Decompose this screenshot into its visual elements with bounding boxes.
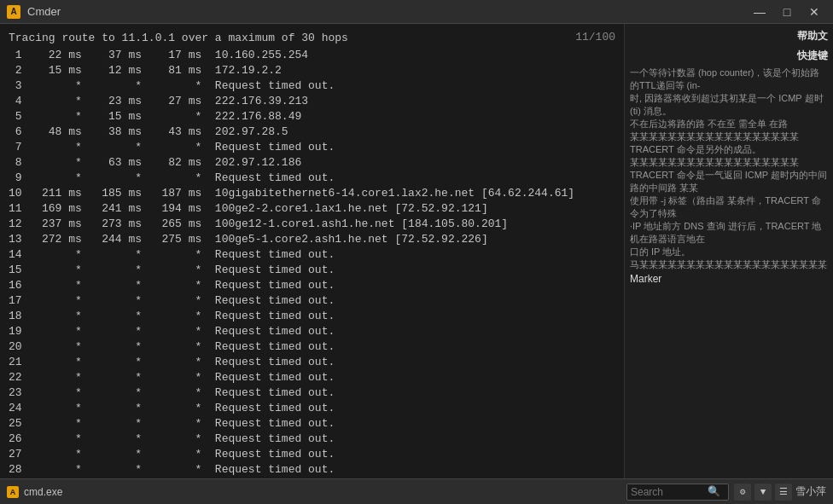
table-row: 7 * * * Request timed out. [9, 140, 615, 155]
table-row: 9 * * * Request timed out. [9, 171, 615, 186]
search-icon[interactable]: 🔍 [708, 485, 720, 498]
main-area: 11/100 Tracing route to 11.1.0.1 over a … [0, 24, 833, 478]
table-row: 8 * 63 ms 82 ms 202.97.12.186 [9, 155, 615, 171]
minimize-button[interactable]: — [748, 3, 772, 20]
table-row: 20 * * * Request timed out. [9, 339, 615, 355]
status-icons: ⚙ ▼ ☰ 雪小萍 [734, 484, 826, 501]
table-row: 23 * * * Request timed out. [9, 385, 615, 401]
table-row: 13 272 ms 244 ms 275 ms 100ge5-1.core2.a… [9, 232, 615, 247]
terminal-panel[interactable]: 11/100 Tracing route to 11.1.0.1 over a … [0, 24, 624, 478]
table-row: 2 15 ms 12 ms 81 ms 172.19.2.2 [9, 63, 615, 78]
right-panel-section: 某某某某某某某某某某某某某某某某某某 [630, 156, 828, 169]
table-row: 24 * * * Request timed out. [9, 401, 615, 416]
right-panel-section: 时, 因路器将收到超过其初某是一个 ICMP 超时 (ti) 消息。 [630, 92, 828, 118]
process-icon: A [7, 486, 19, 498]
table-row: 1 22 ms 37 ms 17 ms 10.160.255.254 [9, 48, 615, 63]
marker-label: Marker [630, 273, 828, 285]
right-panel-shortcut: 快捷键 [630, 47, 828, 65]
app-icon: A [7, 5, 20, 19]
process-name: cmd.exe [24, 486, 62, 498]
status-bar: A cmd.exe 🔍 ⚙ ▼ ☰ 雪小萍 [0, 478, 833, 504]
table-row: 11 169 ms 241 ms 194 ms 100ge2-2.core1.l… [9, 201, 615, 217]
right-panel-section: 马某某某某某某某某某某某某某某某某某某某某 [630, 258, 828, 271]
table-row: 4 * 23 ms 27 ms 222.176.39.213 [9, 94, 615, 109]
right-panel: 帮助文 快捷键 一个等待计数器 (hop counter)，该是个初始路的TTL… [624, 24, 833, 478]
status-bar-left: A cmd.exe [7, 486, 62, 498]
right-panel-section: 口的 IP 地址。 [630, 246, 828, 258]
table-row: 6 48 ms 38 ms 43 ms 202.97.28.5 [9, 125, 615, 140]
table-row: 26 * * * Request timed out. [9, 432, 615, 447]
right-panel-title: 帮助文 [630, 27, 828, 45]
right-panel-section: 使用带 -j 标签（路由器 某条件，TRACERT 命令为了特殊 [630, 194, 828, 220]
tracert-header: Tracing route to 11.1.0.1 over a maximum… [9, 31, 615, 46]
title-bar-controls: — □ ✕ [748, 3, 826, 20]
terminal-output: 1 22 ms 37 ms 17 ms 10.160.255.254 2 15 … [9, 48, 615, 478]
right-panel-section: ·IP 地址前方 DNS 查询 进行后，TRACERT 地机在路器语言地在 [630, 220, 828, 246]
table-row: 12 237 ms 273 ms 265 ms 100ge12-1.core1.… [9, 217, 615, 232]
table-row: 27 * * * Request timed out. [9, 447, 615, 462]
dropdown-btn[interactable]: ▼ [754, 484, 772, 501]
table-row: 10 211 ms 185 ms 187 ms 10gigabitetherne… [9, 186, 615, 201]
table-row: 22 * * * Request timed out. [9, 370, 615, 385]
right-panel-section: 一个等待计数器 (hop counter)，该是个初始路的TTL递回等 (in- [630, 67, 828, 92]
table-row: 16 * * * Request timed out. [9, 278, 615, 293]
title-bar: A Cmder — □ ✕ [0, 0, 833, 24]
close-button[interactable]: ✕ [802, 3, 826, 20]
status-bar-right: 🔍 ⚙ ▼ ☰ 雪小萍 [626, 484, 826, 501]
user-name: 雪小萍 [795, 484, 826, 499]
table-row: 14 * * * Request timed out. [9, 247, 615, 263]
table-row: 17 * * * Request timed out. [9, 293, 615, 309]
table-row: 19 * * * Request timed out. [9, 324, 615, 339]
window-title: Cmder [27, 5, 61, 18]
table-row: 15 * * * Request timed out. [9, 263, 615, 278]
search-box[interactable]: 🔍 [626, 484, 729, 501]
table-row: 5 * 15 ms * 222.176.88.49 [9, 109, 615, 125]
hop-count: 11/100 [575, 31, 615, 43]
right-panel-section: 不在后边将路的路 不在至 需全单 在路 [630, 118, 828, 130]
table-row: 29 * * * Request timed out. [9, 478, 615, 478]
table-row: 3 * * * Request timed out. [9, 78, 615, 94]
maximize-button[interactable]: □ [775, 3, 799, 20]
right-panel-section: TRACERT 命令是另外的成品。 [630, 143, 828, 156]
right-panel-section: 某某某某某某某某某某某某某某某某某某 [630, 130, 828, 143]
table-row: 28 * * * Request timed out. [9, 462, 615, 478]
icon-btn-1[interactable]: ☰ [775, 484, 792, 501]
search-input[interactable] [631, 486, 708, 498]
table-row: 25 * * * Request timed out. [9, 416, 615, 432]
table-row: 18 * * * Request timed out. [9, 309, 615, 324]
title-bar-left: A Cmder [7, 5, 61, 19]
right-panel-content: 一个等待计数器 (hop counter)，该是个初始路的TTL递回等 (in-… [630, 67, 828, 271]
settings-icon-btn[interactable]: ⚙ [734, 484, 751, 501]
table-row: 21 * * * Request timed out. [9, 355, 615, 370]
right-panel-section: TRACERT 命令是一气返回 ICMP 超时内的中间路的中间路 某某 [630, 169, 828, 194]
